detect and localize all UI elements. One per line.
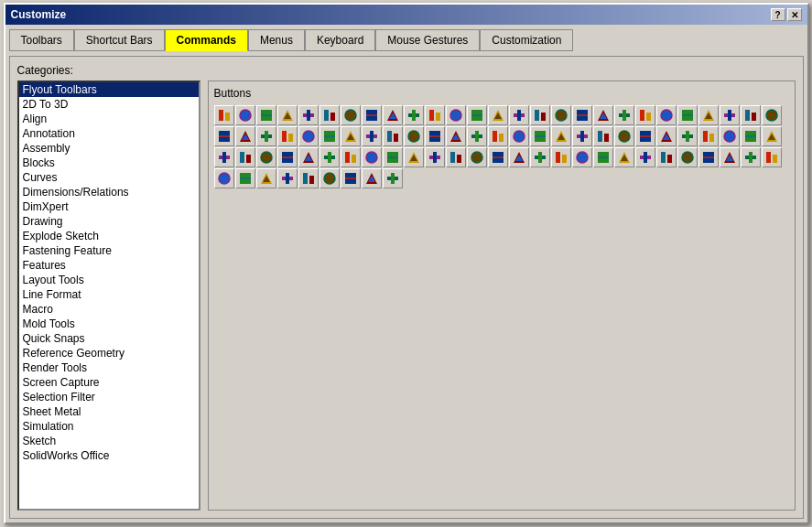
tab-toolbars[interactable]: Toolbars — [9, 29, 74, 51]
icon-button[interactable] — [383, 126, 403, 146]
icon-button[interactable] — [614, 147, 634, 167]
icon-button[interactable] — [593, 105, 613, 125]
tab-mouse-gestures[interactable]: Mouse Gestures — [375, 29, 480, 51]
list-item[interactable]: Line Format — [19, 287, 199, 302]
icon-button[interactable] — [235, 105, 255, 125]
icon-button[interactable] — [593, 147, 613, 167]
icon-button[interactable] — [530, 147, 550, 167]
list-item[interactable]: Simulation — [19, 419, 199, 434]
list-item[interactable]: Align — [19, 112, 199, 126]
icon-button[interactable] — [741, 147, 761, 167]
icon-button[interactable] — [298, 126, 319, 146]
icon-button[interactable] — [319, 168, 340, 188]
icon-button[interactable] — [277, 126, 298, 146]
icon-button[interactable] — [488, 126, 508, 146]
icon-button[interactable] — [656, 105, 677, 125]
icon-button[interactable] — [656, 147, 677, 167]
list-item[interactable]: Drawing — [19, 214, 199, 229]
list-item[interactable]: Fastening Feature — [19, 243, 199, 258]
icon-button[interactable] — [551, 105, 571, 125]
icon-button[interactable] — [614, 105, 634, 125]
icon-button[interactable] — [509, 105, 529, 125]
icon-button[interactable] — [341, 126, 361, 146]
icon-button[interactable] — [677, 105, 698, 125]
list-item[interactable]: Mold Tools — [19, 317, 199, 331]
icon-button[interactable] — [256, 126, 276, 146]
icon-button[interactable] — [467, 147, 487, 167]
close-button[interactable]: ✕ — [787, 8, 802, 21]
icon-button[interactable] — [446, 147, 466, 167]
icon-button[interactable] — [551, 147, 571, 167]
icon-button[interactable] — [383, 168, 403, 188]
icon-button[interactable] — [235, 147, 255, 167]
icon-button[interactable] — [404, 105, 424, 125]
icon-button[interactable] — [319, 147, 340, 167]
icon-button[interactable] — [341, 168, 361, 188]
tab-customization[interactable]: Customization — [480, 29, 573, 51]
categories-listbox[interactable]: Flyout Toolbars2D To 3DAlignAnnotationAs… — [19, 82, 199, 509]
icon-button[interactable] — [635, 126, 655, 146]
list-item[interactable]: Quick Snaps — [19, 331, 199, 346]
list-item[interactable]: Blocks — [19, 156, 199, 170]
icon-button[interactable] — [762, 105, 782, 125]
tab-commands[interactable]: Commands — [165, 29, 248, 51]
icon-button[interactable] — [720, 105, 740, 125]
icon-button[interactable] — [593, 126, 613, 146]
icon-button[interactable] — [488, 147, 508, 167]
icon-button[interactable] — [404, 126, 424, 146]
icon-button[interactable] — [551, 126, 571, 146]
icon-button[interactable] — [277, 105, 298, 125]
icon-button[interactable] — [635, 105, 655, 125]
list-item[interactable]: Macro — [19, 302, 199, 317]
list-item[interactable]: Flyout Toolbars — [19, 82, 199, 97]
icon-button[interactable] — [362, 126, 382, 146]
icon-button[interactable] — [698, 147, 719, 167]
icon-button[interactable] — [404, 147, 424, 167]
icon-button[interactable] — [762, 126, 782, 146]
icon-button[interactable] — [446, 126, 466, 146]
list-item[interactable]: Sheet Metal — [19, 404, 199, 419]
list-item[interactable]: Assembly — [19, 141, 199, 156]
icon-button[interactable] — [677, 147, 698, 167]
icon-button[interactable] — [741, 126, 761, 146]
tab-menus[interactable]: Menus — [248, 29, 305, 51]
list-item[interactable]: Layout Tools — [19, 273, 199, 287]
list-item[interactable]: Curves — [19, 170, 199, 185]
icon-button[interactable] — [509, 126, 529, 146]
icon-button[interactable] — [446, 105, 466, 125]
icon-button[interactable] — [467, 105, 487, 125]
list-item[interactable]: Annotation — [19, 126, 199, 141]
icon-button[interactable] — [720, 126, 740, 146]
tab-shortcut-bars[interactable]: Shortcut Bars — [74, 29, 165, 51]
icon-button[interactable] — [362, 147, 382, 167]
icon-button[interactable] — [277, 168, 298, 188]
icon-button[interactable] — [572, 147, 592, 167]
list-item[interactable]: SolidWorks Office — [19, 448, 199, 463]
icon-button[interactable] — [614, 126, 634, 146]
icon-button[interactable] — [256, 105, 276, 125]
icon-button[interactable] — [762, 147, 782, 167]
icon-button[interactable] — [256, 168, 276, 188]
icon-button[interactable] — [635, 147, 655, 167]
icon-button[interactable] — [214, 105, 234, 125]
icon-button[interactable] — [488, 105, 508, 125]
icon-button[interactable] — [256, 147, 276, 167]
icon-button[interactable] — [383, 147, 403, 167]
icon-button[interactable] — [298, 147, 319, 167]
icon-button[interactable] — [235, 168, 255, 188]
icon-button[interactable] — [214, 126, 234, 146]
icon-button[interactable] — [467, 126, 487, 146]
list-item[interactable]: 2D To 3D — [19, 97, 199, 112]
list-item[interactable]: Dimensions/Relations — [19, 185, 199, 199]
icon-button[interactable] — [530, 126, 550, 146]
icon-button[interactable] — [677, 126, 698, 146]
icon-button[interactable] — [572, 105, 592, 125]
icon-button[interactable] — [741, 105, 761, 125]
icon-button[interactable] — [698, 126, 719, 146]
icon-button[interactable] — [319, 126, 340, 146]
icon-button[interactable] — [319, 105, 340, 125]
icon-button[interactable] — [509, 147, 529, 167]
icon-button[interactable] — [425, 147, 445, 167]
icon-button[interactable] — [530, 105, 550, 125]
list-item[interactable]: Render Tools — [19, 360, 199, 375]
